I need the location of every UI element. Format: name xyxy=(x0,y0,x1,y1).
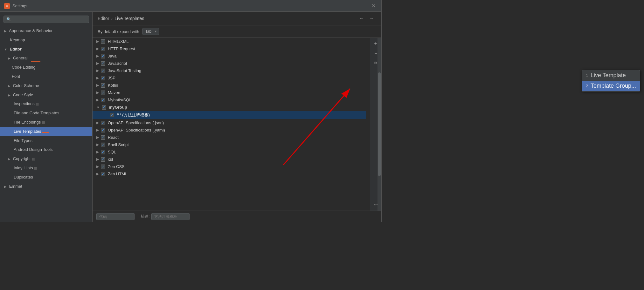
item-label: HTML/XML xyxy=(108,39,129,44)
main-header: Editor › Live Templates ← → xyxy=(93,12,381,25)
template-list-container: ▶ ✓ HTML/XML ▶ ✓ HTTP Request ▶ ✓ Ja xyxy=(93,38,381,211)
expand-arrow-icon: ▶ xyxy=(96,128,99,132)
sidebar-item-inspections[interactable]: Inspections ▦ xyxy=(0,99,92,109)
sidebar-item-emmet[interactable]: ▶ Emmet xyxy=(0,182,92,191)
scrollbar-thumb[interactable] xyxy=(378,72,381,176)
sidebar-item-file-code-templates[interactable]: File and Code Templates xyxy=(0,109,92,118)
sidebar-item-duplicates[interactable]: Duplicates xyxy=(0,173,92,182)
list-item-zen-css[interactable]: ▶ ✓ Zen CSS xyxy=(93,163,366,170)
expand-icon: ▶ xyxy=(8,56,10,61)
list-item-kotlin[interactable]: ▶ ✓ Kotlin xyxy=(93,82,366,89)
item-label: HTTP Request xyxy=(108,46,135,51)
list-item-maven[interactable]: ▶ ✓ Maven xyxy=(93,89,366,96)
checkbox-mybatis-sql[interactable]: ✓ xyxy=(101,98,105,102)
list-item-shell-script[interactable]: ▶ ✓ Shell Script xyxy=(93,141,366,148)
list-item-html-xml[interactable]: ▶ ✓ HTML/XML xyxy=(93,38,366,45)
main-content: 🔍 ▶ Appearance & Behavior Keymap ▼ Edito… xyxy=(0,12,381,222)
expand-icon: ▶ xyxy=(4,29,7,34)
sidebar-item-copyright[interactable]: ▶ Copyright ▦ xyxy=(0,154,92,164)
checkbox-javascript[interactable]: ✓ xyxy=(101,61,105,66)
item-label: JavaScript xyxy=(108,61,127,66)
checkbox-react[interactable]: ✓ xyxy=(101,135,105,140)
abbreviation-input[interactable] xyxy=(96,213,135,220)
expand-arrow-icon: ▶ xyxy=(96,69,99,73)
search-icon: 🔍 xyxy=(6,17,11,22)
checkbox-http-request[interactable]: ✓ xyxy=(101,47,105,51)
breadcrumb-parent: Editor xyxy=(98,16,109,21)
item-label: OpenAPI Specifications (.json) xyxy=(108,120,164,125)
list-item-jsp[interactable]: ▶ ✓ JSP xyxy=(93,74,366,82)
item-label: xsl xyxy=(108,157,113,162)
sidebar: 🔍 ▶ Appearance & Behavior Keymap ▼ Edito… xyxy=(0,12,93,222)
checkbox-shell-script[interactable]: ✓ xyxy=(101,143,105,147)
checkbox-openapi-json[interactable]: ✓ xyxy=(101,121,105,125)
sidebar-item-color-scheme[interactable]: ▶ Color Scheme xyxy=(0,81,92,91)
checkbox-java[interactable]: ✓ xyxy=(101,54,105,58)
checkbox-jsp[interactable]: ✓ xyxy=(101,76,105,80)
item-label: /** (方法注释模板) xyxy=(117,112,150,118)
list-item-mygroup-item[interactable]: ▶ ✓ /** (方法注释模板) xyxy=(93,111,366,119)
sidebar-item-general[interactable]: ▶ General xyxy=(0,54,92,63)
list-item-openapi-json[interactable]: ▶ ✓ OpenAPI Specifications (.json) xyxy=(93,119,366,126)
list-item-javascript[interactable]: ▶ ✓ JavaScript xyxy=(93,60,366,67)
expand-arrow-icon: ▶ xyxy=(96,83,99,87)
sidebar-item-font[interactable]: Font xyxy=(0,72,92,81)
sidebar-item-code-style[interactable]: ▶ Code Style xyxy=(0,91,92,100)
checkbox-maven[interactable]: ✓ xyxy=(101,91,105,95)
item-label: Java xyxy=(108,54,116,58)
sidebar-item-appearance[interactable]: ▶ Appearance & Behavior xyxy=(0,26,92,36)
checkbox-mygroup[interactable]: ✓ xyxy=(102,105,106,110)
sidebar-item-file-types[interactable]: File Types xyxy=(0,136,92,145)
sidebar-item-android-design[interactable]: Android Design Tools xyxy=(0,145,92,154)
list-item-openapi-yaml[interactable]: ▶ ✓ OpenAPI Specifications (.yaml) xyxy=(93,126,366,134)
list-item-mybatis-sql[interactable]: ▶ ✓ Mybatis/SQL xyxy=(93,96,366,104)
item-label: Zen CSS xyxy=(108,164,125,169)
expand-arrow-icon: ▶ xyxy=(96,76,99,80)
description-text: 描述: xyxy=(141,214,149,219)
list-item-http-request[interactable]: ▶ ✓ HTTP Request xyxy=(93,45,366,52)
list-item-mygroup[interactable]: ▼ ✓ myGroup xyxy=(93,104,366,111)
checkbox-kotlin[interactable]: ✓ xyxy=(101,83,105,88)
sidebar-item-editor[interactable]: ▼ Editor xyxy=(0,45,92,54)
list-item-xsl[interactable]: ▶ ✓ xsl xyxy=(93,156,366,163)
checkbox-html-xml[interactable]: ✓ xyxy=(101,39,105,44)
expand-arrow-icon: ▶ xyxy=(96,91,99,95)
expand-icon: ▼ xyxy=(4,47,7,52)
item-label: Shell Script xyxy=(108,142,129,147)
sidebar-item-keymap[interactable]: Keymap xyxy=(0,36,92,45)
checkbox-mygroup-item[interactable]: ✓ xyxy=(110,113,114,117)
breadcrumb-separator: › xyxy=(111,16,113,21)
sidebar-item-file-encodings[interactable]: File Encodings ▦ xyxy=(0,118,92,127)
list-item-zen-html[interactable]: ▶ ✓ Zen HTML xyxy=(93,170,366,178)
main-panel: Editor › Live Templates ← → By default e… xyxy=(93,12,381,222)
item-label: OpenAPI Specifications (.yaml) xyxy=(108,128,165,132)
forward-button[interactable]: → xyxy=(367,15,376,22)
expand-arrow-icon: ▶ xyxy=(96,121,99,125)
sidebar-item-inlay-hints[interactable]: Inlay Hints ▦ xyxy=(0,164,92,173)
scrollbar[interactable] xyxy=(377,38,381,211)
sidebar-item-live-templates[interactable]: Live Templates xyxy=(0,127,92,136)
toolbar: By default expand with Tab xyxy=(93,25,381,38)
list-item-react[interactable]: ▶ ✓ React xyxy=(93,134,366,141)
expand-arrow-icon: ▶ xyxy=(96,157,99,161)
expand-arrow-icon: ▼ xyxy=(96,105,100,109)
list-item-javascript-testing[interactable]: ▶ ✓ JavaScript Testing xyxy=(93,67,366,74)
checkbox-xsl[interactable]: ✓ xyxy=(101,157,105,162)
expand-arrow-icon: ▶ xyxy=(96,150,99,154)
search-input[interactable] xyxy=(13,17,86,22)
checkbox-zen-html[interactable]: ✓ xyxy=(101,172,105,176)
back-button[interactable]: ← xyxy=(357,15,366,22)
search-box[interactable]: 🔍 xyxy=(3,16,89,23)
checkbox-sql[interactable]: ✓ xyxy=(101,150,105,154)
description-input[interactable] xyxy=(151,213,190,220)
list-item-java[interactable]: ▶ ✓ Java xyxy=(93,52,366,60)
checkbox-javascript-testing[interactable]: ✓ xyxy=(101,69,105,73)
checkbox-openapi-yaml[interactable]: ✓ xyxy=(101,128,105,132)
item-label: JSP xyxy=(108,76,115,80)
sidebar-item-code-editing[interactable]: Code Editing xyxy=(0,63,92,72)
list-item-sql[interactable]: ▶ ✓ SQL xyxy=(93,148,366,156)
close-button[interactable]: ✕ xyxy=(370,2,377,10)
checkbox-zen-css[interactable]: ✓ xyxy=(101,165,105,169)
expand-dropdown[interactable]: Tab xyxy=(142,28,159,35)
breadcrumb-current: Live Templates xyxy=(114,16,144,21)
